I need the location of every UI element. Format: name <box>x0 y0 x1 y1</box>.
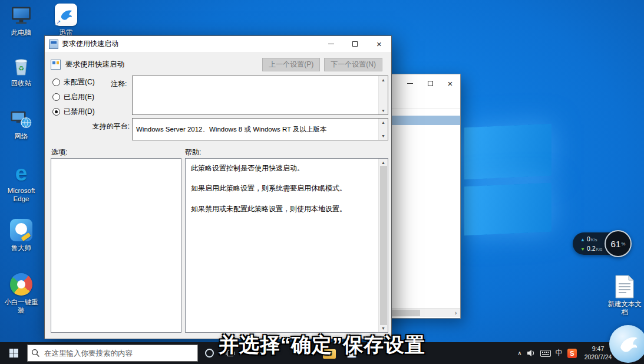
options-panel <box>51 158 181 333</box>
boost-percent-ball[interactable]: 61 % <box>605 230 632 257</box>
radio-label: 已启用(E) <box>64 92 94 102</box>
desktop-icon-edge[interactable]: e Microsoft Edge <box>0 162 42 204</box>
dialog-title: 要求使用快速启动 <box>58 39 319 49</box>
ludashi-icon <box>9 219 33 242</box>
download-unit: K/s <box>596 245 603 254</box>
upload-unit: K/s <box>591 235 597 244</box>
comment-label: 注释: <box>111 79 127 89</box>
close-button[interactable]: × <box>367 36 391 52</box>
desktop-icon-ludashi[interactable]: 鲁大师 <box>0 218 42 252</box>
radio-label: 未配置(C) <box>64 77 95 87</box>
scroll-up-icon[interactable]: ▲ <box>381 120 385 124</box>
options-label: 选项: <box>51 147 67 158</box>
close-button[interactable]: × <box>440 74 460 93</box>
next-setting-button[interactable]: 下一个设置(N) <box>324 58 382 71</box>
help-label: 帮助: <box>185 147 201 158</box>
boost-percent-unit: % <box>621 241 625 247</box>
supported-on-value: Windows Server 2012、Windows 8 或 Windows … <box>133 119 378 140</box>
scroll-up-icon[interactable]: ▲ <box>381 78 385 82</box>
policy-setting-name: 要求使用快速启动 <box>65 60 258 70</box>
vertical-scrollbar[interactable]: ▲ ▼ <box>378 159 388 332</box>
policy-setting-dialog: 要求使用快速启动 × 要求使用快速启动 上一个设置(P) 下一个设置(N) 未配… <box>44 35 392 339</box>
desktop-icon-thunder[interactable]: ↗ 迅雷 <box>45 3 87 37</box>
vertical-scrollbar[interactable]: ▲ ▼ <box>378 119 388 140</box>
download-arrow-icon: ▼ <box>580 245 585 254</box>
scroll-down-icon[interactable]: ▼ <box>381 134 385 138</box>
policy-app-icon <box>49 40 58 49</box>
supported-on-label: 支持的平台: <box>92 122 130 132</box>
comment-box: ▲ ▼ <box>132 76 388 115</box>
dialog-titlebar[interactable]: 要求使用快速启动 × <box>45 36 391 52</box>
scroll-down-icon[interactable]: ▼ <box>381 326 385 330</box>
desktop: 此电脑 ♻ 回收站 网络 e Microsoft Edge 鲁大师 小白一键重装… <box>0 0 644 364</box>
help-paragraph: 如果启用此策略设置，则系统需要启用休眠模式。 <box>191 183 374 194</box>
help-text: 此策略设置控制是否使用快速启动。 如果启用此策略设置，则系统需要启用休眠模式。 … <box>186 159 378 332</box>
scroll-up-icon[interactable]: ▲ <box>381 160 385 165</box>
net-speed-widget[interactable]: ▲ 0 K/s ▼ 0.2 K/s 61 % <box>573 230 632 257</box>
state-radio-group: 未配置(C) 已启用(E) 已禁用(D) <box>52 78 95 122</box>
edge-icon: e <box>9 162 33 185</box>
radio-label: 已禁用(D) <box>64 107 95 117</box>
video-subtitle: 并选择“确定”保存设置 <box>0 332 644 359</box>
svg-text:♻: ♻ <box>18 64 24 72</box>
vertical-scrollbar[interactable]: ▲ ▼ <box>378 76 388 114</box>
desktop-icon-network[interactable]: 网络 <box>0 107 42 141</box>
radio-circle <box>52 93 60 101</box>
wallpaper-windows-logo-pane <box>464 183 551 235</box>
comment-textarea[interactable] <box>133 76 378 114</box>
scrollbar-thumb[interactable] <box>380 166 387 325</box>
scroll-down-icon[interactable]: ▼ <box>381 109 385 113</box>
desktop-icon-label: 鲁大师 <box>0 244 42 252</box>
desktop-icon-label: 回收站 <box>0 80 42 88</box>
radio-circle-selected <box>52 108 60 116</box>
maximize-button[interactable] <box>343 36 367 52</box>
desktop-icon-label: 新建文本文档 <box>606 300 643 317</box>
help-panel: 此策略设置控制是否使用快速启动。 如果启用此策略设置，则系统需要启用休眠模式。 … <box>185 158 388 333</box>
policy-setting-icon <box>51 60 61 70</box>
minimize-button[interactable] <box>400 74 420 93</box>
desktop-icon-new-text-doc[interactable]: 新建文本文档 <box>606 275 643 317</box>
desktop-icon-xiaobai[interactable]: 小白一键重装 <box>0 273 42 315</box>
download-speed: 0.2 <box>587 244 596 253</box>
help-paragraph: 此策略设置控制是否使用快速启动。 <box>191 163 374 173</box>
desktop-icon-label: 网络 <box>0 133 42 141</box>
desktop-icon-label: 小白一键重装 <box>2 299 40 315</box>
maximize-button[interactable] <box>420 74 440 93</box>
radio-enabled[interactable]: 已启用(E) <box>52 93 95 101</box>
desktop-icon-recycle-bin[interactable]: ♻ 回收站 <box>0 54 42 88</box>
text-document-icon <box>615 275 635 299</box>
thunder-icon: ↗ <box>54 4 78 27</box>
shortcut-arrow-icon: ↗ <box>55 19 62 25</box>
previous-setting-button[interactable]: 上一个设置(P) <box>262 58 320 71</box>
radio-circle <box>52 78 60 86</box>
radio-not-configured[interactable]: 未配置(C) <box>52 78 95 87</box>
upload-arrow-icon: ▲ <box>580 235 585 244</box>
radio-disabled[interactable]: 已禁用(D) <box>52 107 95 116</box>
scroll-right-icon[interactable]: › <box>451 309 460 317</box>
xiaobai-icon <box>9 273 33 297</box>
wallpaper-windows-logo-pane <box>464 124 551 179</box>
recycle-bin-icon: ♻ <box>9 54 33 78</box>
desktop-icon-label: 此电脑 <box>0 29 42 37</box>
help-paragraph: 如果禁用或未配置此策略设置，则使用本地设置。 <box>191 204 374 214</box>
upload-speed: 0 <box>587 235 590 244</box>
supported-on-box: Windows Server 2012、Windows 8 或 Windows … <box>132 118 388 140</box>
desktop-icon-label: Microsoft Edge <box>0 187 42 204</box>
boost-percent-value: 61 <box>611 239 621 249</box>
network-icon <box>9 107 33 131</box>
computer-icon <box>9 4 33 27</box>
minimize-button[interactable] <box>319 36 343 52</box>
desktop-icon-this-pc[interactable]: 此电脑 <box>0 4 42 37</box>
